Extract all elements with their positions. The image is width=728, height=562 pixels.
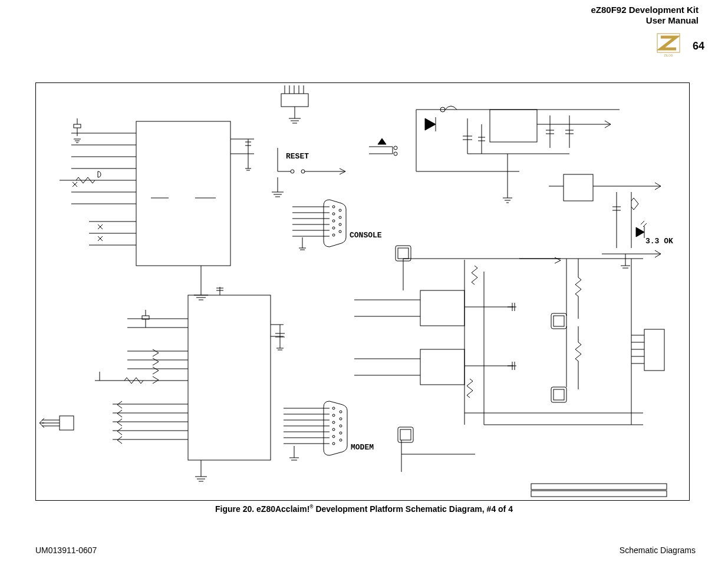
svg-point-116 — [332, 435, 335, 438]
footer-left: UM013911-0607 — [35, 546, 97, 555]
svg-point-115 — [332, 428, 335, 431]
svg-text:ZILOG: ZILOG — [664, 54, 673, 57]
svg-rect-199 — [644, 329, 664, 371]
console-label: CONSOLE — [350, 231, 382, 240]
svg-point-112 — [332, 407, 335, 409]
console-conn — [292, 200, 346, 250]
svg-rect-177 — [400, 429, 411, 440]
svg-point-122 — [340, 439, 342, 441]
svg-rect-13 — [74, 124, 81, 128]
svg-point-120 — [340, 425, 342, 427]
svg-point-119 — [340, 418, 342, 420]
page-number: 64 — [693, 40, 704, 52]
svg-line-37 — [340, 168, 345, 171]
svg-point-61 — [332, 220, 335, 222]
svg-point-67 — [339, 230, 341, 233]
schematic-diagram: RESET CONSOLE — [36, 83, 690, 501]
svg-point-59 — [332, 206, 335, 208]
svg-point-33 — [291, 170, 294, 173]
svg-rect-166 — [420, 349, 465, 385]
svg-rect-210 — [531, 491, 667, 497]
schematic-frame: RESET CONSOLE — [35, 82, 690, 501]
svg-rect-43 — [281, 94, 308, 107]
doc-subtitle: User Manual — [591, 15, 699, 26]
doc-title: eZ80F92 Development Kit — [591, 5, 699, 15]
doc-header: eZ80F92 Development Kit User Manual — [591, 5, 699, 26]
svg-rect-175 — [554, 389, 564, 400]
svg-rect-2 — [136, 121, 230, 266]
svg-rect-209 — [531, 484, 667, 490]
svg-point-113 — [332, 414, 335, 416]
modem-conn — [284, 401, 347, 460]
svg-rect-71 — [188, 295, 271, 460]
svg-rect-173 — [554, 316, 564, 326]
reset-label: RESET — [286, 152, 309, 161]
v33-ok-label: 3.3 OK — [645, 237, 673, 246]
svg-point-63 — [332, 234, 335, 236]
svg-point-121 — [340, 432, 342, 434]
svg-rect-165 — [420, 290, 465, 326]
svg-line-38 — [340, 171, 345, 174]
uleft-pins — [60, 133, 136, 245]
svg-rect-127 — [490, 110, 537, 142]
svg-rect-171 — [398, 248, 409, 259]
svg-point-60 — [332, 213, 335, 215]
svg-point-66 — [339, 223, 341, 226]
svg-point-117 — [332, 442, 335, 445]
svg-point-34 — [301, 170, 305, 173]
svg-rect-83 — [60, 416, 74, 430]
svg-point-132 — [394, 152, 397, 156]
power — [369, 106, 661, 268]
modem-label: MODEM — [351, 443, 374, 452]
header5 — [281, 85, 308, 123]
svg-point-64 — [339, 209, 341, 211]
svg-point-114 — [332, 421, 335, 424]
svg-point-131 — [394, 146, 397, 150]
svg-rect-153 — [564, 174, 593, 201]
svg-point-118 — [340, 411, 342, 413]
footer-right: Schematic Diagrams — [620, 546, 696, 555]
osc-net — [354, 246, 667, 497]
figure-caption: Figure 20. eZ80Acclaim!® Development Pla… — [0, 504, 728, 514]
svg-point-62 — [332, 227, 335, 229]
zilog-logo-icon: ZILOG — [656, 32, 681, 57]
svg-point-65 — [339, 216, 341, 219]
